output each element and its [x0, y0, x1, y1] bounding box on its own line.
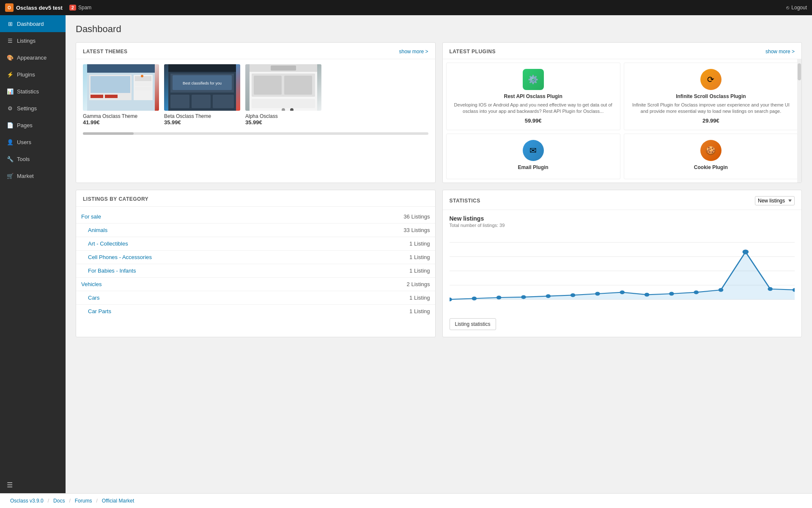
theme-image-1: Best classifieds for you — [164, 64, 240, 111]
logout-button[interactable]: ⎋ Logout — [786, 5, 807, 11]
footer-market-link[interactable]: Official Market — [102, 498, 134, 504]
themes-scrollbar[interactable] — [76, 131, 435, 139]
topbar-left: O Osclass dev5 test 2 Spam — [5, 3, 91, 12]
svg-rect-9 — [135, 87, 151, 90]
category-link-for-sale[interactable]: For sale — [81, 213, 101, 220]
logout-icon: ⎋ — [786, 5, 789, 11]
svg-rect-18 — [213, 95, 234, 108]
footer-forums-link[interactable]: Forums — [75, 498, 92, 504]
svg-rect-21 — [271, 66, 296, 71]
sidebar-item-tools[interactable]: 🔧 Tools — [0, 150, 66, 167]
plugins-wrapper: ⚙️ Rest API Osclass Plugin Developing IO… — [443, 59, 802, 183]
table-row: For sale 36 Listings — [76, 210, 435, 224]
category-count-cars: 1 Listing — [324, 291, 435, 304]
svg-point-42 — [644, 293, 649, 297]
category-count-carparts: 1 Listing — [324, 304, 435, 318]
table-row: For Babies - Infants 1 Listing — [76, 264, 435, 277]
statistics-body: New listings Total number of listings: 3… — [443, 210, 802, 314]
market-icon: 🛒 — [7, 172, 14, 179]
sidebar-item-dashboard[interactable]: ⊞ Dashboard — [0, 15, 66, 32]
statistics-select[interactable]: New listings Total listings Views — [755, 196, 795, 205]
footer-version-link[interactable]: Osclass v3.9.0 — [10, 498, 44, 504]
scroll-plugin-icon: ⟳ — [700, 69, 721, 90]
svg-point-34 — [450, 298, 452, 301]
spam-indicator[interactable]: 2 Spam — [69, 5, 91, 11]
footer-sep-1: / — [48, 498, 49, 504]
plugins-scrollbar[interactable] — [797, 59, 801, 183]
svg-point-40 — [595, 292, 600, 295]
svg-point-35 — [472, 297, 477, 300]
spam-label: Spam — [78, 5, 91, 11]
listings-category-title: LISTINGS BY CATEGORY — [83, 196, 148, 202]
sidebar-item-settings[interactable]: ⚙ Settings — [0, 100, 66, 117]
footer-sep-3: / — [96, 498, 97, 504]
category-link-cellphones[interactable]: Cell Phones - Accessories — [88, 254, 152, 260]
sidebar-item-pages[interactable]: 📄 Pages — [0, 117, 66, 134]
plugin-card-2: ✉ Email Plugin — [446, 134, 620, 179]
category-link-cars[interactable]: Cars — [88, 295, 99, 301]
theme-card-2: Alpha Osclass 35.99€ — [245, 64, 321, 126]
footer-docs-link[interactable]: Docs — [53, 498, 65, 504]
svg-point-46 — [742, 249, 749, 254]
svg-rect-25 — [252, 99, 315, 108]
plugins-icon: ⚡ — [7, 71, 14, 78]
sidebar-item-appearance[interactable]: 🎨 Appearance — [0, 49, 66, 66]
cookie-plugin-icon: 🍪 — [700, 140, 721, 161]
chart-area — [450, 233, 795, 309]
svg-point-44 — [694, 290, 699, 294]
spam-badge: 2 — [69, 5, 76, 11]
sidebar-item-plugins[interactable]: ⚡ Plugins — [0, 66, 66, 83]
listing-statistics-button[interactable]: Listing statistics — [450, 318, 496, 330]
sidebar-item-users[interactable]: 👤 Users — [0, 134, 66, 150]
themes-panel: LATEST THEMES show more > — [76, 42, 436, 183]
site-logo-icon: O — [5, 3, 14, 12]
svg-rect-4 — [91, 76, 130, 93]
statistics-title: STATISTICS — [450, 198, 480, 204]
plugins-panel: LATEST PLUGINS show more > ⚙️ Rest API O… — [442, 42, 802, 183]
statistics-chart — [450, 233, 795, 309]
plugin-name-0: Rest API Osclass Plugin — [453, 93, 614, 99]
theme-image-0 — [83, 64, 159, 111]
svg-rect-6 — [105, 95, 118, 98]
listings-category-header: LISTINGS BY CATEGORY — [76, 190, 435, 207]
table-row: Car Parts 1 Listing — [76, 304, 435, 318]
plugin-card-0: ⚙️ Rest API Osclass Plugin Developing IO… — [446, 63, 620, 130]
statistics-icon: 📊 — [7, 88, 14, 95]
plugin-name-3: Cookie Plugin — [630, 164, 792, 170]
sidebar-item-statistics[interactable]: 📊 Statistics — [0, 83, 66, 100]
plugin-desc-0: Developing IOS or Android App and you ne… — [453, 102, 614, 115]
scrollbar-thumb[interactable] — [83, 132, 134, 135]
topbar: O Osclass dev5 test 2 Spam ⎋ Logout — [0, 0, 812, 15]
site-title[interactable]: O Osclass dev5 test — [5, 3, 63, 12]
sidebar: ⊞ Dashboard ☰ Listings 🎨 Appearance ⚡ Pl… — [0, 15, 66, 493]
hamburger-icon[interactable]: ☰ — [7, 481, 13, 489]
category-link-animals[interactable]: Animals — [88, 227, 107, 233]
table-row: Cars 1 Listing — [76, 291, 435, 304]
category-link-art[interactable]: Art - Collectibles — [88, 240, 128, 247]
svg-rect-23 — [254, 76, 282, 95]
plugins-show-more-link[interactable]: show more > — [765, 49, 795, 55]
svg-rect-17 — [192, 95, 211, 108]
plugins-panel-header: LATEST PLUGINS show more > — [443, 43, 802, 59]
sidebar-item-listings[interactable]: ☰ Listings — [0, 32, 66, 49]
email-plugin-icon: ✉ — [523, 140, 544, 161]
category-count-babies: 1 Listing — [324, 264, 435, 277]
theme-name-1: Beta Osclass Theme — [164, 113, 240, 119]
main-content: Dashboard LATEST THEMES show more > — [66, 15, 812, 493]
svg-rect-12 — [168, 64, 236, 72]
app-body: ⊞ Dashboard ☰ Listings 🎨 Appearance ⚡ Pl… — [0, 15, 812, 493]
statistics-panel: STATISTICS New listings Total listings V… — [442, 190, 802, 337]
themes-scroll: Gamma Osclass Theme 41.99€ Best cl — [83, 64, 428, 126]
category-link-babies[interactable]: For Babies - Infants — [88, 268, 136, 274]
themes-show-more-link[interactable]: show more > — [399, 49, 428, 55]
themes-container: Gamma Osclass Theme 41.99€ Best cl — [76, 59, 435, 131]
footer: Osclass v3.9.0 / Docs / Forums / Officia… — [0, 493, 812, 508]
svg-rect-7 — [135, 76, 151, 81]
plugins-container: ⚙️ Rest API Osclass Plugin Developing IO… — [443, 59, 802, 183]
category-link-carparts[interactable]: Car Parts — [88, 308, 111, 314]
sidebar-item-market[interactable]: 🛒 Market — [0, 167, 66, 184]
category-link-vehicles[interactable]: Vehicles — [81, 281, 102, 287]
plugins-scrollbar-thumb[interactable] — [798, 63, 801, 80]
category-count-cellphones: 1 Listing — [324, 250, 435, 264]
svg-rect-24 — [284, 76, 312, 95]
